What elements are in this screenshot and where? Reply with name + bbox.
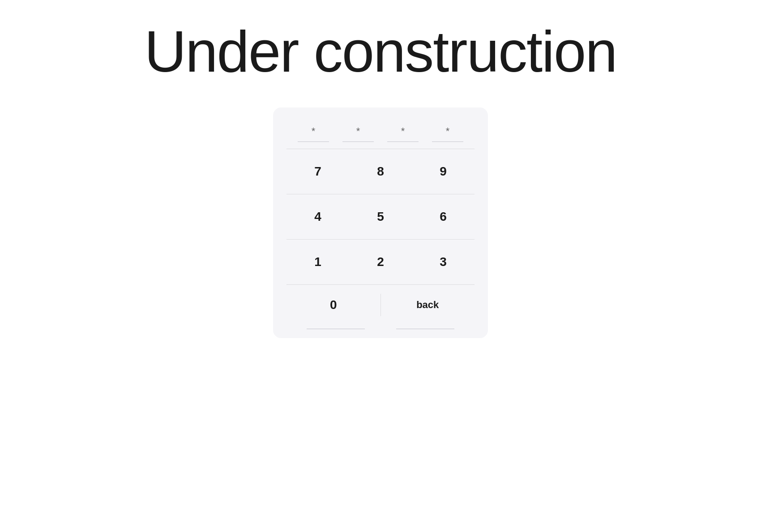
pin-dot-3: * — [385, 125, 421, 137]
keypad-row-789: 7 8 9 — [286, 149, 475, 194]
pin-display: * * * * — [286, 121, 475, 139]
pin-underline-2 — [342, 142, 374, 142]
bottom-underline-back — [396, 329, 454, 329]
key-6[interactable]: 6 — [412, 194, 475, 239]
pin-underline-1 — [298, 142, 329, 142]
key-4[interactable]: 4 — [286, 194, 349, 239]
key-3[interactable]: 3 — [412, 240, 475, 284]
keypad-row-456: 4 5 6 — [286, 194, 475, 239]
key-8[interactable]: 8 — [349, 149, 412, 194]
bottom-underline-0 — [307, 329, 365, 329]
pin-dot-4: * — [430, 125, 466, 137]
pin-dot-1: * — [295, 125, 331, 137]
bottom-underlines — [286, 325, 475, 329]
pin-underline-3 — [387, 142, 419, 142]
key-back[interactable]: back — [381, 285, 475, 325]
page-title: Under construction — [144, 18, 616, 85]
keypad-row-123: 1 2 3 — [286, 240, 475, 284]
key-0[interactable]: 0 — [286, 285, 380, 325]
key-1[interactable]: 1 — [286, 240, 349, 284]
key-2[interactable]: 2 — [349, 240, 412, 284]
keypad-row-0-back: 0 back — [286, 285, 475, 325]
pin-dot-2: * — [340, 125, 376, 137]
key-9[interactable]: 9 — [412, 149, 475, 194]
pin-underlines — [286, 142, 475, 142]
pin-underline-4 — [432, 142, 463, 142]
keypad-container: * * * * 7 8 9 4 5 6 — [273, 107, 488, 338]
key-7[interactable]: 7 — [286, 149, 349, 194]
key-5[interactable]: 5 — [349, 194, 412, 239]
